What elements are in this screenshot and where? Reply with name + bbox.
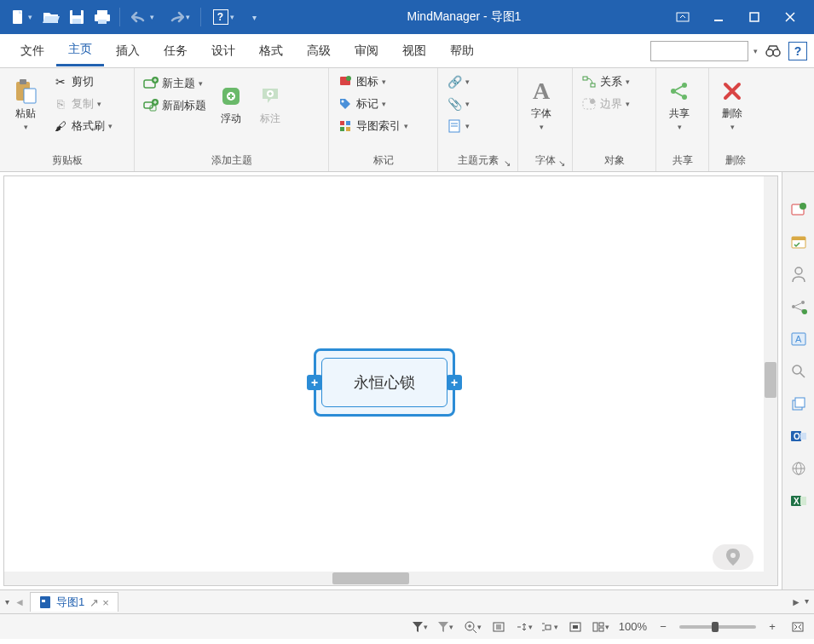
tab-review[interactable]: 审阅: [343, 37, 390, 66]
group-label-clipboard: 剪贴板: [5, 152, 129, 170]
font-launcher[interactable]: ↘: [558, 158, 565, 168]
layout-button[interactable]: ▾: [592, 618, 610, 636]
topic-handle-left[interactable]: +: [307, 375, 322, 390]
side-globe-icon[interactable]: [787, 457, 811, 480]
font-button[interactable]: A 字体▾: [523, 72, 559, 136]
link-element-button[interactable]: 🔗▾: [443, 72, 473, 92]
attachment-element-button[interactable]: 📎▾: [443, 94, 473, 114]
collapse-button[interactable]: [489, 618, 508, 636]
print-button[interactable]: [90, 5, 114, 29]
index-marker-button[interactable]: 导图索引▾: [334, 116, 412, 136]
tabbar-dropdown[interactable]: ▾: [5, 597, 9, 607]
find-button[interactable]: [763, 41, 783, 61]
tab-view[interactable]: 视图: [390, 37, 438, 66]
document-tab[interactable]: 导图1 ↗ ×: [30, 592, 118, 612]
tab-popout-icon[interactable]: ↗: [89, 596, 99, 609]
tab-file[interactable]: 文件: [9, 37, 56, 66]
canvas[interactable]: + 永恒心锁 +: [4, 176, 777, 585]
help-button[interactable]: ?: [788, 42, 807, 60]
copy-button[interactable]: ⎘复制▾: [49, 94, 116, 114]
maximize-button[interactable]: [744, 7, 765, 27]
callout-button[interactable]: 标注: [252, 72, 288, 136]
filter-button[interactable]: ▾: [411, 618, 430, 636]
delete-button[interactable]: 删除▾: [714, 72, 750, 136]
expand-button[interactable]: ▾: [515, 618, 534, 636]
side-outlook-icon[interactable]: O: [787, 424, 811, 448]
tab-advanced[interactable]: 高级: [295, 37, 343, 66]
redo-button[interactable]: ▾: [161, 5, 195, 29]
copy-icon: ⎘: [53, 96, 68, 112]
zoom-in-button[interactable]: ▾: [464, 618, 482, 636]
format-painter-button[interactable]: 🖌格式刷▾: [49, 116, 116, 136]
tab-format[interactable]: 格式: [247, 37, 295, 66]
icon-marker-button[interactable]: 图标▾: [334, 72, 412, 92]
paste-button[interactable]: 粘贴▾: [5, 72, 46, 136]
zoom-slider[interactable]: [679, 625, 756, 629]
document-tab-label: 导图1: [56, 595, 84, 610]
help-dropdown-button[interactable]: ?▾: [206, 5, 240, 29]
side-files-icon[interactable]: [787, 392, 811, 416]
save-button[interactable]: [65, 5, 89, 29]
topic-handle-right[interactable]: +: [447, 375, 462, 390]
open-button[interactable]: [39, 5, 63, 29]
topic-text[interactable]: 永恒心锁: [321, 358, 447, 407]
elements-launcher[interactable]: ↘: [504, 158, 511, 168]
tabbar-prev[interactable]: ◄: [14, 596, 25, 608]
tabbar-menu[interactable]: ▾: [805, 596, 809, 608]
zoom-minus-button[interactable]: −: [654, 618, 673, 636]
tab-close-icon[interactable]: ×: [102, 596, 109, 609]
new-topic-button[interactable]: 新主题▾: [140, 73, 210, 94]
svg-point-52: [793, 365, 801, 374]
new-subtopic-button[interactable]: 新副标题: [140, 95, 210, 116]
svg-point-42: [800, 203, 806, 210]
horizontal-scrollbar[interactable]: [4, 572, 764, 585]
boundary-button[interactable]: 边界▾: [578, 94, 633, 114]
fit-map-button[interactable]: [788, 618, 807, 636]
tab-help[interactable]: 帮助: [438, 37, 486, 66]
side-search-icon[interactable]: [787, 359, 811, 383]
flag-icon: [338, 74, 353, 89]
svg-rect-55: [795, 398, 805, 407]
side-text-icon[interactable]: A: [787, 327, 811, 351]
minimize-button[interactable]: [708, 7, 729, 27]
tab-task[interactable]: 任务: [152, 37, 199, 66]
svg-point-11: [773, 49, 780, 56]
note-element-button[interactable]: ▾: [443, 116, 473, 136]
focus-button[interactable]: ▾: [540, 618, 559, 636]
side-person-icon[interactable]: [787, 262, 811, 286]
filter-clear-button[interactable]: ▾: [436, 618, 455, 636]
central-topic[interactable]: + 永恒心锁 +: [314, 348, 455, 417]
undo-button[interactable]: ▾: [125, 5, 159, 29]
search-input[interactable]: [650, 41, 748, 61]
tab-home[interactable]: 主页: [56, 35, 104, 66]
tab-design[interactable]: 设计: [199, 37, 247, 66]
note-icon: [447, 118, 462, 134]
share-button[interactable]: 共享▾: [661, 72, 697, 136]
svg-rect-13: [20, 79, 26, 84]
cut-button[interactable]: ✂剪切: [49, 72, 116, 92]
vertical-scrollbar[interactable]: [764, 176, 777, 585]
qat-customize-button[interactable]: ▾: [242, 5, 266, 29]
svg-rect-9: [750, 13, 759, 21]
svg-rect-7: [677, 13, 689, 21]
fit-button[interactable]: [566, 618, 585, 636]
document-tab-bar: ▾ ◄ 导图1 ↗ × ► ▾: [0, 589, 814, 613]
side-share-icon[interactable]: [787, 295, 811, 319]
float-button[interactable]: 浮动: [213, 72, 249, 136]
side-task-icon[interactable]: [787, 198, 811, 221]
svg-point-36: [590, 99, 595, 104]
relation-button[interactable]: 关系▾: [578, 72, 633, 92]
tag-marker-button[interactable]: 标记▾: [334, 94, 412, 114]
titlebar: ▾ ▾ ▾ ?▾ ▾ MindManager - 导图1: [0, 0, 814, 34]
new-doc-button[interactable]: ▾: [3, 5, 38, 29]
location-pin-button[interactable]: [713, 544, 753, 570]
tabbar-next[interactable]: ►: [791, 596, 801, 608]
ribbon-collapse-button[interactable]: [673, 7, 693, 27]
close-button[interactable]: [780, 7, 800, 27]
tab-insert[interactable]: 插入: [104, 37, 152, 66]
zoom-value: 100%: [619, 620, 647, 633]
side-calendar-icon[interactable]: [787, 230, 811, 254]
zoom-plus-button[interactable]: +: [763, 618, 782, 636]
svg-text:A: A: [795, 334, 802, 344]
side-excel-icon[interactable]: X: [787, 489, 811, 513]
